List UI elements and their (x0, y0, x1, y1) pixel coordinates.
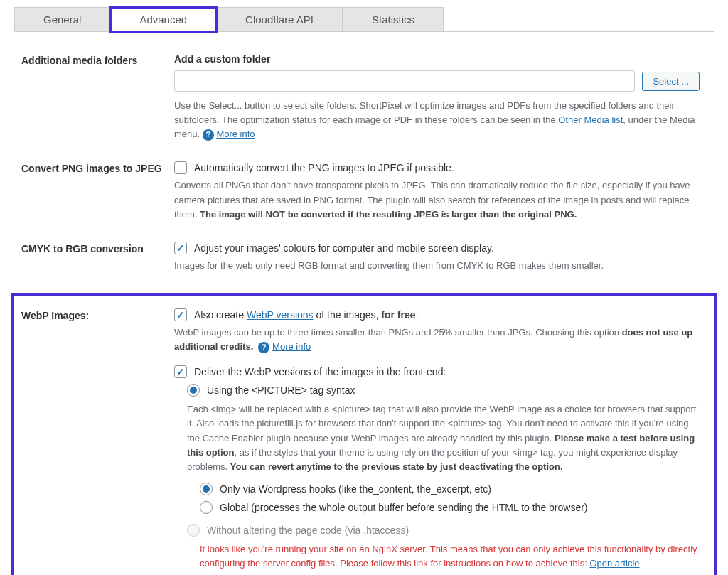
webp-section-highlight: WebP Images: Also create WebP versions o… (11, 293, 717, 575)
section-webp-images: WebP Images: Also create WebP versions o… (14, 308, 714, 571)
webp-hooks-radio[interactable] (200, 483, 213, 495)
help-icon[interactable]: ? (258, 342, 269, 353)
section-cmyk-rgb: CMYK to RGB conversion Adjust your image… (14, 235, 714, 286)
tab-cloudflare-api[interactable]: Cloudflare API (216, 7, 343, 31)
webp-hooks-label: Only via Wordpress hooks (like the_conte… (220, 483, 491, 495)
png2jpeg-checkbox[interactable] (174, 161, 187, 174)
section-label: CMYK to RGB conversion (14, 242, 174, 273)
webp-htaccess-radio (187, 524, 200, 537)
cmyk-label: Adjust your images' colours for computer… (194, 242, 494, 254)
section-label: Additional media folders (14, 53, 174, 141)
more-info-link[interactable]: More info (216, 129, 255, 139)
other-media-list-link[interactable]: Other Media list (558, 114, 623, 125)
settings-tabs: General Advanced Cloudflare API Statisti… (14, 7, 714, 32)
webp-create-help: WebP images can be up to three times sma… (174, 326, 700, 354)
open-article-link[interactable]: Open article (589, 558, 639, 569)
webp-method-picture-label: Using the <PICTURE> tag syntax (207, 385, 355, 396)
section-additional-media-folders: Additional media folders Add a custom fo… (14, 46, 714, 154)
png2jpeg-help: Converts all PNGs that don't have transp… (174, 178, 700, 221)
select-folder-button[interactable]: Select ... (642, 72, 700, 91)
webp-method-picture-radio[interactable] (187, 384, 200, 397)
webp-create-label: Also create WebP versions of the images,… (194, 309, 418, 321)
nginx-warning: It looks like you're running your site o… (200, 542, 700, 571)
png2jpeg-label: Automatically convert the PNG images to … (194, 162, 454, 173)
custom-folder-help: Use the Select... button to select site … (174, 99, 700, 141)
section-label: Convert PNG images to JPEG (14, 161, 174, 221)
webp-deliver-checkbox[interactable] (174, 365, 187, 378)
help-icon[interactable]: ? (203, 129, 214, 141)
webp-global-label: Global (processes the whole output buffe… (220, 502, 588, 513)
webp-more-info-link[interactable]: More info (272, 341, 311, 352)
cmyk-help: Images for the web only need RGB format … (174, 259, 700, 273)
tab-advanced[interactable]: Advanced (110, 7, 216, 32)
tab-statistics[interactable]: Statistics (343, 7, 444, 31)
section-png-to-jpeg: Convert PNG images to JPEG Automatically… (14, 154, 714, 234)
webp-create-checkbox[interactable] (174, 308, 187, 321)
cmyk-checkbox[interactable] (174, 242, 187, 254)
webp-global-radio[interactable] (200, 501, 213, 514)
webp-htaccess-label: Without altering the page code (via .hta… (207, 525, 409, 536)
custom-folder-input[interactable] (174, 70, 635, 92)
webp-versions-link[interactable]: WebP versions (247, 309, 314, 321)
custom-folder-heading: Add a custom folder (174, 53, 700, 65)
webp-deliver-label: Deliver the WebP versions of the images … (194, 366, 446, 377)
webp-picture-help: Each <img> will be replaced with a <pict… (187, 402, 700, 474)
section-label: WebP Images: (14, 308, 174, 571)
tab-general[interactable]: General (14, 7, 110, 31)
